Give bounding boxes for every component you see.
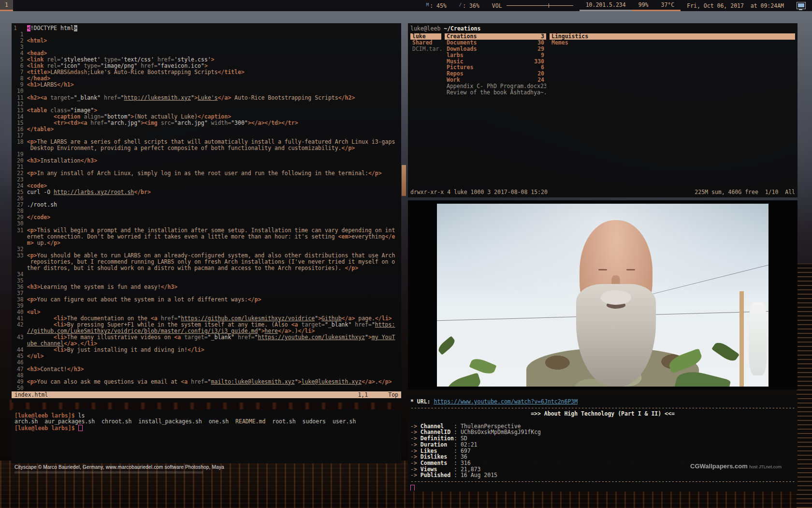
video-url-link[interactable]: https://www.youtube.com/watch?v=6Jntc2n6… — [434, 399, 578, 405]
volume-block: VOL — [486, 0, 580, 11]
editor-row: 3 — [14, 44, 401, 50]
file-name: aur_packages.sh — [44, 418, 95, 425]
editor-row: 33 <p>You should be able to run LARBS on… — [14, 253, 401, 259]
ranger-entry[interactable]: DCIM.tar.gz — [410, 46, 441, 52]
editor-row: 39 — [14, 303, 401, 309]
editor-row: 7 <title>LARBS&mdash;Luke's Auto-Rice Bo… — [14, 69, 401, 75]
disk-icon: / — [459, 2, 462, 7]
video-info-window[interactable]: * URL: https://www.youtube.com/watch?v=6… — [408, 395, 798, 492]
wallpaper-brand: CGWallpapers.com — [690, 463, 748, 470]
editor-row: ube channel</a>.</li> — [14, 341, 401, 347]
video-title: =>> About High Technology (Part I & II) … — [410, 411, 795, 417]
editor-row: 30 — [14, 221, 401, 227]
editor-row: 31 <p>This will begin a prompt and the i… — [14, 227, 401, 234]
editor-row: 20 <h3>Installation</h3> — [14, 158, 401, 164]
editor-row: 37 — [14, 290, 401, 297]
editor-row: 42 <li>By pressing Super+F1 while in the… — [14, 322, 401, 328]
editor-row: 40 <ul> — [14, 309, 401, 315]
ranger-title: luke@leeb ~/Creations — [410, 25, 795, 32]
file-name: one.sh — [209, 418, 229, 425]
ranger-entry[interactable]: Documents30 — [445, 40, 546, 46]
wallpaper-credit: Cityscape © Marco Bauriedel, Germany, ww… — [14, 464, 224, 470]
file-name: install_packages.sh — [138, 418, 202, 425]
video-field: -> Dislikes : 36 — [410, 454, 795, 460]
vim-scroll-indicator: Top — [388, 391, 398, 398]
editor-row: 23 — [14, 177, 401, 183]
editor-row: 44 <li>By just installing it and diving … — [14, 347, 401, 353]
file-name: sudoers — [303, 418, 326, 425]
plant-leaf — [469, 356, 496, 376]
shell-output: arch.sh aur_packages.sh chroot.sh instal… — [14, 418, 398, 424]
editor-row: 49 <p>You can also ask me questions via … — [14, 379, 401, 385]
editor-row: 17 — [14, 133, 401, 139]
editor-row: 27 ./root.sh — [14, 202, 401, 208]
file-manager-window[interactable]: luke@leeb ~/Creations lukeSharedDCIM.tar… — [408, 23, 798, 197]
volume-slider-handle[interactable] — [549, 3, 549, 8]
ranger-entry[interactable]: Memes — [550, 40, 795, 46]
ranger-entry[interactable]: Work24 — [445, 77, 546, 83]
editor-row: 25 curl -O http://larbs.xyz/root.sh</br> — [14, 189, 401, 195]
editor-row: 48 — [14, 373, 401, 379]
ranger-entry[interactable]: Review of the book Ashtadhya~.mkv225 M — [445, 90, 546, 96]
ranger-entry[interactable]: Pictures6 — [445, 64, 546, 71]
wallpaper-skyscraper — [797, 264, 812, 508]
wallpaper-accent — [402, 165, 406, 196]
video-field: -> Duration : 02:21 — [410, 442, 795, 448]
editor-row: 43 <li>The many illustrative videos on <… — [14, 334, 401, 341]
mustache — [601, 290, 631, 305]
editor-row: 46 — [14, 359, 401, 366]
ranger-statusbar: drwxr-xr-x 4 luke 1000 3 2017-08-08 15:2… — [410, 189, 795, 195]
editor-row: 4 <head> — [14, 50, 401, 57]
wooden-pole — [740, 291, 744, 387]
workspace-indicator[interactable]: 1 — [0, 0, 13, 11]
editor-row: 9 <h1>LARBS</h1> — [14, 82, 401, 88]
tray-block — [790, 0, 812, 11]
editor-window[interactable]: 1 <!DOCTYPE html> 1 2 <html> 3 4 <head> … — [12, 23, 401, 403]
ranger-columns: lukeSharedDCIM.tar.gz Creations3Document… — [410, 33, 795, 96]
terminal-cursor — [410, 485, 415, 491]
ranger-entry[interactable]: Repos20 — [445, 71, 546, 77]
ranger-entry[interactable]: Music330 — [445, 59, 546, 65]
editor-rows: 1 <!DOCTYPE html> 1 2 <html> 3 4 <head> … — [12, 23, 401, 391]
editor-row: 12 — [14, 101, 401, 107]
temperature: 37°C — [655, 0, 681, 11]
blank-line — [410, 417, 795, 423]
file-name: arch.sh — [14, 418, 38, 425]
ranger-entry[interactable]: larbs9 — [445, 52, 546, 59]
editor-row: m> up.</p> — [14, 240, 401, 246]
editor-row: 14 <caption align="bottom">(Not actually… — [14, 114, 401, 120]
editor-row: 18 <p>The LARBS are a series of shell sc… — [14, 139, 401, 145]
video-fields: -> Channel : ThuleanPerspective-> Channe… — [410, 423, 795, 478]
editor-row: 29 </code> — [14, 214, 401, 221]
divider-line: ----------------------------------------… — [410, 405, 795, 411]
shell-window[interactable]: [luke@leeb larbs]$ ls arch.sh aur_packag… — [12, 409, 401, 463]
editor-row: 1 — [14, 31, 401, 38]
ip-address: 10.201.5.234 — [580, 0, 632, 11]
editor-row: 41 <li>The documentation on the <a href=… — [14, 315, 401, 322]
video-player-window[interactable] — [408, 200, 798, 390]
volume-slider[interactable] — [507, 5, 573, 6]
wallpaper-host: host JTLnet.com — [749, 464, 782, 469]
editor-row: 32 — [14, 246, 401, 253]
status-blocks: M: 45% /: 36% VOL 10.201.5.234 99% 37°C … — [420, 0, 812, 11]
editor-row: ernet connection. Don't be worried if it… — [14, 234, 401, 240]
ranger-entry[interactable]: luke — [410, 33, 441, 40]
ranger-entry[interactable]: Downloads29 — [445, 46, 546, 52]
editor-row: //github.com/LukeSmithxyz/voidrice/blob/… — [14, 328, 401, 334]
volume-label: VOL — [492, 2, 502, 9]
ranger-entry[interactable]: Shared — [410, 40, 441, 46]
terminal-cursor — [78, 425, 83, 431]
editor-row: 50 — [14, 385, 401, 391]
white-cloth — [749, 302, 767, 375]
ranger-user-host: luke@leeb — [410, 25, 440, 32]
plant-leaf — [711, 339, 740, 364]
computer-icon[interactable] — [797, 2, 806, 9]
file-name: chroot.sh — [102, 418, 131, 425]
ranger-entry[interactable]: Creations3 — [445, 33, 546, 40]
shell-prompt: [luke@leeb larbs]$ — [14, 425, 75, 432]
shell-prompt-line[interactable]: [luke@leeb larbs]$ — [14, 425, 398, 431]
vim-statusline: index.html 1,1 Top — [12, 391, 401, 398]
ranger-entry[interactable]: Linguistics — [550, 33, 795, 40]
ranger-entry[interactable]: Appendix C- PhD Program.docx23.2 K — [445, 83, 546, 90]
url-label: * URL: — [410, 399, 431, 405]
